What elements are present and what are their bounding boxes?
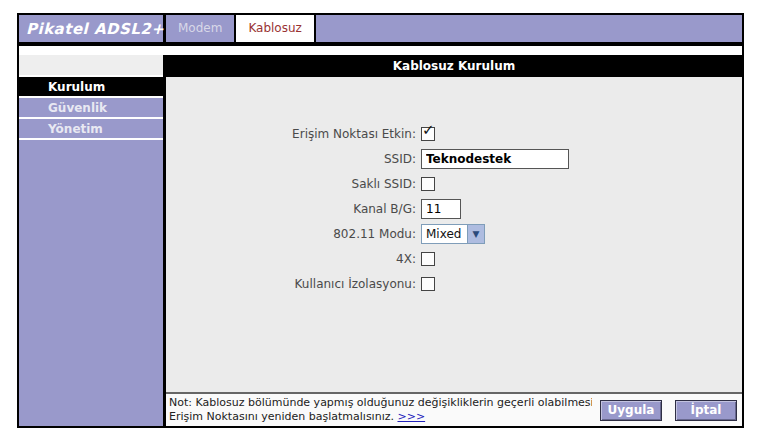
- note-text: Not: Kablosuz bölümünde yapmış olduğunuz…: [169, 396, 592, 425]
- sidebar-item-kurulum[interactable]: Kurulum: [19, 77, 163, 98]
- form-row-channel: Kanal B/G:: [166, 196, 742, 221]
- hidden-ssid-label: Saklı SSID:: [166, 177, 421, 191]
- hidden-ssid-checkbox[interactable]: [421, 177, 435, 191]
- 4x-label: 4X:: [166, 252, 421, 266]
- page-title: Kablosuz Kurulum: [166, 55, 742, 77]
- main-panel: Kablosuz Kurulum Erişim Noktası Etkin: ✓…: [166, 55, 742, 426]
- wireless-setup-form: Erişim Noktası Etkin: ✓ SSID: Saklı SSID…: [166, 77, 742, 392]
- body: Kurulum Güvenlik Yönetim Kablosuz Kurulu…: [19, 55, 742, 426]
- form-row-ssid: SSID:: [166, 146, 742, 171]
- sidebar-item-guvenlik[interactable]: Güvenlik: [19, 98, 163, 119]
- form-row-4x: 4X:: [166, 246, 742, 271]
- access-point-label: Erişim Noktası Etkin:: [166, 127, 421, 141]
- access-point-checkbox[interactable]: ✓: [421, 127, 435, 141]
- header-gap: [19, 46, 742, 55]
- checkmark-icon: ✓: [422, 123, 435, 138]
- ssid-label: SSID:: [166, 152, 421, 166]
- mode-select-value: Mixed: [422, 227, 467, 241]
- top-tabs: Modem Kablosuz: [166, 15, 316, 42]
- footer-buttons: Uygula İptal: [592, 400, 737, 421]
- note-line1: Not: Kablosuz bölümünde yapmış olduğunuz…: [169, 396, 592, 409]
- mode-select[interactable]: Mixed ▼: [421, 224, 485, 244]
- sidebar: Kurulum Güvenlik Yönetim: [19, 55, 166, 426]
- user-isolation-checkbox[interactable]: [421, 277, 435, 291]
- header-bar: Pikatel ADSL2+ Modem Kablosuz: [19, 15, 742, 42]
- mode-select-arrow-button[interactable]: ▼: [467, 225, 484, 243]
- tab-modem[interactable]: Modem: [166, 15, 236, 42]
- user-isolation-label: Kullanıcı İzolasyonu:: [166, 277, 421, 291]
- footer-note-bar: Not: Kablosuz bölümünde yapmış olduğunuz…: [166, 392, 742, 426]
- ssid-input[interactable]: [421, 149, 569, 169]
- mode-label: 802.11 Modu:: [166, 227, 421, 241]
- brand-logo: Pikatel ADSL2+: [19, 15, 166, 42]
- restart-link[interactable]: >>>: [397, 410, 425, 423]
- form-row-hidden-ssid: Saklı SSID:: [166, 171, 742, 196]
- chevron-down-icon: ▼: [473, 229, 480, 239]
- channel-label: Kanal B/G:: [166, 202, 421, 216]
- note-line2: Erişim Noktasını yeniden başlatmalısınız…: [169, 410, 394, 423]
- tab-kablosuz[interactable]: Kablosuz: [236, 15, 315, 42]
- sidebar-spacer: [19, 55, 163, 77]
- router-admin-window: Pikatel ADSL2+ Modem Kablosuz Kurulum Gü…: [17, 13, 744, 428]
- form-row-user-isolation: Kullanıcı İzolasyonu:: [166, 271, 742, 296]
- brand-logo-text: Pikatel ADSL2+: [26, 20, 164, 38]
- 4x-checkbox[interactable]: [421, 252, 435, 266]
- form-row-mode: 802.11 Modu: Mixed ▼: [166, 221, 742, 246]
- form-row-access-point: Erişim Noktası Etkin: ✓: [166, 121, 742, 146]
- cancel-button[interactable]: İptal: [675, 400, 737, 421]
- sidebar-item-yonetim[interactable]: Yönetim: [19, 119, 163, 140]
- channel-input[interactable]: [421, 199, 461, 219]
- apply-button[interactable]: Uygula: [600, 400, 662, 421]
